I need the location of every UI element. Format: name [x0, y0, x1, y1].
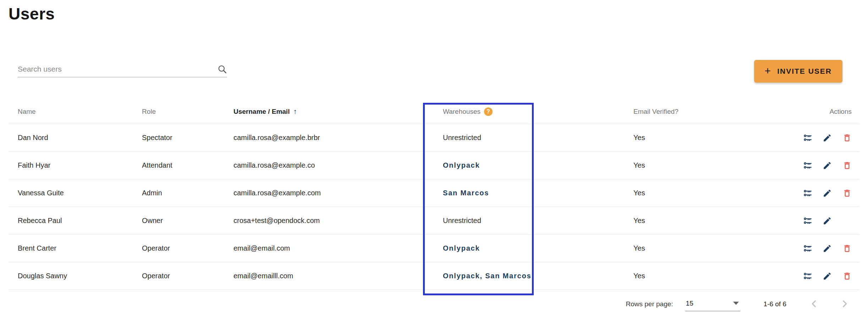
invite-user-button[interactable]: + INVITE USER	[754, 60, 842, 83]
rows-per-page-value: 15	[686, 300, 693, 307]
table-row: Vanessa Guite Admin camilla.rosa@example…	[9, 179, 859, 207]
search-field[interactable]	[18, 62, 227, 77]
cell-name: Faith Hyar	[18, 161, 142, 169]
edit-button[interactable]	[823, 216, 832, 225]
table-row: Faith Hyar Attendant camilla.rosa@exampl…	[9, 152, 859, 179]
cell-role: Admin	[142, 189, 234, 197]
manage-access-button[interactable]	[803, 272, 812, 281]
trash-icon	[842, 244, 852, 253]
sort-ascending-icon: ↑	[293, 107, 297, 116]
key-icon	[803, 161, 812, 170]
table-row: Rebecca Paul Owner crosa+test@opendock.c…	[9, 207, 859, 235]
pencil-icon	[823, 133, 832, 143]
edit-button[interactable]	[823, 133, 832, 143]
plus-icon: +	[765, 66, 772, 76]
table-row: Dan Nord Spectator camilla.rosa@example.…	[9, 124, 859, 152]
cell-warehouses: Onlypack	[433, 244, 633, 252]
manage-access-button[interactable]	[803, 133, 812, 143]
key-icon	[803, 271, 812, 281]
cell-warehouses: Unrestricted	[433, 217, 633, 225]
pagination-range-label: 1-6 of 6	[764, 300, 786, 308]
cell-role: Attendant	[142, 161, 234, 169]
manage-access-button[interactable]	[803, 216, 812, 225]
cell-email: crosa+test@opendock.com	[234, 217, 433, 225]
trash-icon	[842, 189, 852, 198]
trash-icon	[842, 272, 852, 281]
trash-icon	[842, 161, 852, 170]
edit-button[interactable]	[823, 161, 832, 170]
cell-email: camilla.rosa@example.co	[234, 161, 433, 169]
edit-button[interactable]	[823, 244, 832, 253]
cell-warehouses: Unrestricted	[433, 134, 633, 142]
delete-button[interactable]	[842, 161, 852, 170]
cell-email: camilla.rosa@example.com	[234, 189, 433, 197]
pagination-bar: Rows per page: 15 1-6 of 6	[0, 290, 868, 318]
invite-user-label: INVITE USER	[777, 67, 832, 76]
manage-access-button[interactable]	[803, 161, 812, 170]
column-header-warehouses[interactable]: Warehouses ?	[433, 107, 633, 116]
cell-role: Operator	[142, 272, 234, 280]
chevron-down-icon	[733, 302, 739, 305]
cell-email: camilla.rosa@example.brbr	[234, 134, 433, 142]
users-page: Users + INVITE USER Name Role U	[0, 5, 868, 324]
cell-email-verified: Yes	[633, 134, 782, 142]
key-icon	[803, 216, 812, 225]
key-icon	[803, 133, 812, 143]
table-row: Douglas Sawny Operator email@emailll.com…	[9, 262, 859, 290]
cell-actions	[782, 133, 859, 143]
cell-role: Spectator	[142, 134, 234, 142]
page-title: Users	[9, 5, 868, 23]
cell-actions	[782, 244, 859, 253]
key-icon	[803, 244, 812, 253]
table-row: Brent Carter Operator email@email.com On…	[9, 235, 859, 262]
key-icon	[803, 188, 812, 198]
cell-name: Rebecca Paul	[18, 217, 142, 225]
column-header-role[interactable]: Role	[142, 108, 234, 116]
edit-button[interactable]	[823, 272, 832, 281]
column-header-username-email[interactable]: Username / Email ↑	[234, 107, 433, 116]
manage-access-button[interactable]	[803, 244, 812, 253]
cell-actions	[782, 216, 859, 225]
cell-email: email@emailll.com	[234, 272, 433, 280]
cell-name: Vanessa Guite	[18, 189, 142, 197]
column-header-email-verified[interactable]: Email Verified?	[633, 108, 782, 116]
toolbar: + INVITE USER	[0, 60, 868, 83]
edit-button[interactable]	[823, 189, 832, 198]
trash-icon	[842, 133, 852, 143]
cell-name: Douglas Sawny	[18, 272, 142, 280]
help-icon[interactable]: ?	[484, 107, 493, 116]
cell-email-verified: Yes	[633, 217, 782, 225]
cell-email-verified: Yes	[633, 244, 782, 252]
chevron-left-icon	[808, 298, 820, 311]
cell-warehouses: Onlypack, San Marcos	[433, 272, 633, 280]
cell-email-verified: Yes	[633, 272, 782, 280]
rows-per-page-select[interactable]: 15	[685, 297, 740, 311]
pencil-icon	[823, 244, 832, 253]
column-header-name[interactable]: Name	[18, 108, 142, 116]
cell-email-verified: Yes	[633, 161, 782, 169]
previous-page-button[interactable]	[807, 297, 821, 311]
delete-button[interactable]	[842, 244, 852, 253]
cell-actions	[782, 161, 859, 170]
delete-button[interactable]	[842, 133, 852, 143]
cell-role: Operator	[142, 244, 234, 252]
delete-button[interactable]	[842, 189, 852, 198]
pencil-icon	[823, 272, 832, 281]
column-header-actions: Actions	[782, 108, 859, 116]
pencil-icon	[823, 161, 832, 170]
search-input[interactable]	[18, 63, 217, 76]
users-table: Name Role Username / Email ↑ Warehouses …	[9, 99, 859, 290]
search-icon	[217, 64, 227, 74]
cell-actions	[782, 272, 859, 281]
cell-email: email@email.com	[234, 244, 433, 252]
rows-per-page-label: Rows per page:	[626, 300, 673, 308]
pencil-icon	[823, 216, 832, 225]
manage-access-button[interactable]	[803, 189, 812, 198]
table-header-row: Name Role Username / Email ↑ Warehouses …	[9, 99, 859, 124]
cell-actions	[782, 189, 859, 198]
cell-warehouses: Onlypack	[433, 161, 633, 169]
delete-button[interactable]	[842, 272, 852, 281]
next-page-button[interactable]	[837, 297, 852, 311]
cell-name: Dan Nord	[18, 134, 142, 142]
cell-name: Brent Carter	[18, 244, 142, 252]
